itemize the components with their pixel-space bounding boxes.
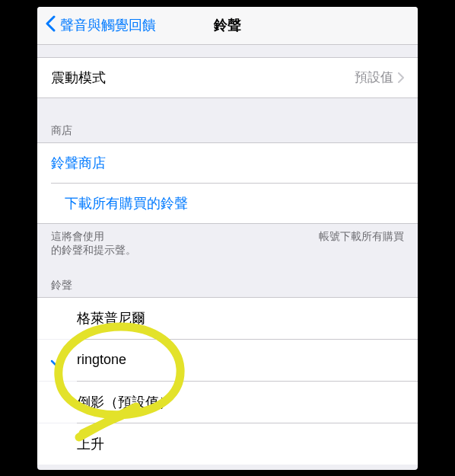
page-title: 鈴聲	[214, 16, 241, 34]
download-all-label: 下載所有購買的鈴聲	[65, 194, 404, 212]
back-button[interactable]: 聲音與觸覺回饋	[45, 15, 156, 36]
ringtone-label: 倒影（預設值）	[77, 393, 173, 411]
ringtone-list: 格萊普尼爾 ringtone 倒影（預設值） 上升	[37, 297, 418, 465]
tone-store-label: 鈴聲商店	[51, 154, 404, 172]
vibration-value: 預設值	[355, 69, 393, 86]
ringtone-label: 上升	[77, 435, 104, 453]
tone-store-cell[interactable]: 鈴聲商店	[37, 143, 418, 183]
chevron-left-icon	[45, 15, 60, 36]
ringtone-label: 格萊普尼爾	[77, 309, 145, 327]
vibration-cell[interactable]: 震動模式 預設值	[37, 57, 418, 98]
checkmark-icon	[37, 353, 77, 367]
store-group: 鈴聲商店 下載所有購買的鈴聲	[37, 142, 418, 224]
vibration-label: 震動模式	[51, 69, 355, 87]
store-footer-right: 帳號下載所有購買	[319, 230, 404, 257]
ringtone-item-1[interactable]: ringtone	[37, 340, 418, 381]
ringtone-label: ringtone	[77, 352, 126, 368]
ringtone-item-3[interactable]: 上升	[37, 423, 418, 465]
chevron-right-icon	[398, 72, 404, 83]
store-footer-left-2: 的鈴聲和提示聲。	[51, 244, 136, 257]
store-header: 商店	[37, 120, 418, 142]
settings-screen: 聲音與觸覺回饋 鈴聲 震動模式 預設值 商店 鈴聲商店 下載所有購買的鈴聲 這將…	[37, 7, 418, 470]
ringtone-item-2[interactable]: 倒影（預設值）	[37, 382, 418, 423]
ringtones-header: 鈴聲	[37, 274, 418, 297]
ringtone-item-0[interactable]: 格萊普尼爾	[37, 298, 418, 339]
navigation-bar: 聲音與觸覺回饋 鈴聲	[37, 7, 418, 45]
store-footer-left: 這將會使用	[51, 230, 136, 244]
store-footer: 這將會使用 的鈴聲和提示聲。 帳號下載所有購買	[37, 224, 418, 262]
back-label: 聲音與觸覺回饋	[60, 16, 156, 34]
download-all-cell[interactable]: 下載所有購買的鈴聲	[51, 183, 418, 223]
